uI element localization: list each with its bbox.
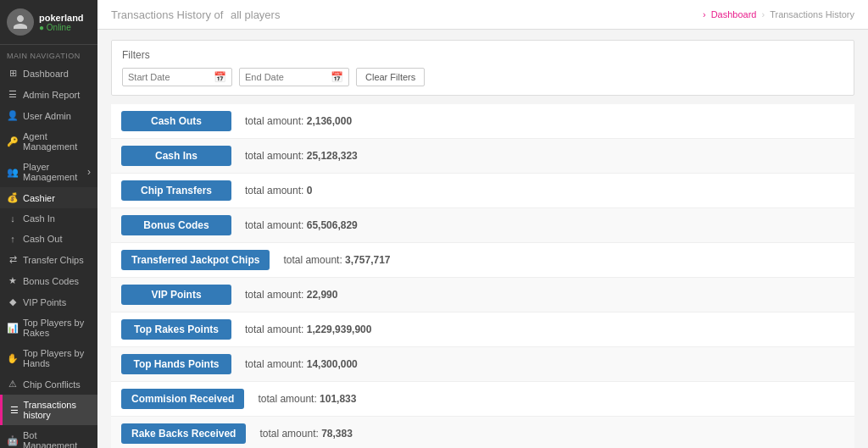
transaction-amount-vip-points: total amount: 22,990 <box>245 289 337 301</box>
transaction-btn-bonus-codes[interactable]: Bonus Codes <box>121 215 231 235</box>
transaction-row: Top Rakes Points total amount: 1,229,939… <box>111 312 854 347</box>
filters-row: 📅 📅 Clear Filters <box>122 68 843 86</box>
transaction-row: Bonus Codes total amount: 65,506,829 <box>111 208 854 243</box>
transaction-btn-vip-points[interactable]: VIP Points <box>121 285 231 305</box>
sidebar-item-bot-management[interactable]: 🤖 Bot Management <box>0 425 97 448</box>
start-date-input[interactable] <box>128 72 210 82</box>
transaction-amount-rake-backs-received: total amount: 78,383 <box>259 428 352 440</box>
page-subtitle: all players <box>231 8 281 21</box>
sidebar-item-dashboard[interactable]: ⊞ Dashboard <box>0 63 97 84</box>
bonus-icon: ★ <box>7 275 19 286</box>
vip-icon: ◆ <box>7 296 19 307</box>
sidebar-profile: pokerland ● Online <box>0 0 97 45</box>
sidebar: pokerland ● Online MAIN NAVIGATION ⊞ Das… <box>0 0 97 448</box>
sidebar-item-admin-report[interactable]: ☰ Admin Report <box>0 84 97 105</box>
transaction-amount-commission-received: total amount: 101,833 <box>258 393 356 405</box>
filters-label: Filters <box>122 49 843 61</box>
transaction-amount-top-rakes-points: total amount: 1,229,939,900 <box>245 324 371 335</box>
transaction-amount-chip-transfers: total amount: 0 <box>245 185 312 196</box>
sidebar-status: ● Online <box>39 23 84 32</box>
calendar-start-icon[interactable]: 📅 <box>214 71 226 83</box>
sidebar-item-agent-management[interactable]: 🔑 Agent Management <box>0 126 97 157</box>
breadcrumb: › Dashboard › Transactions History <box>703 9 854 19</box>
bot-icon: 🤖 <box>7 435 19 446</box>
main-content: Transactions History of all players › Da… <box>97 0 868 448</box>
avatar <box>7 8 34 36</box>
topbar: Transactions History of all players › Da… <box>97 0 868 30</box>
transactions-icon: ☰ <box>9 405 19 416</box>
transaction-btn-rake-backs-received[interactable]: Rake Backs Received <box>121 423 246 444</box>
conflicts-icon: ⚠ <box>7 379 19 390</box>
clear-filters-button[interactable]: Clear Filters <box>356 68 425 86</box>
transaction-row: Rake Backs Received total amount: 78,383 <box>111 417 854 448</box>
transaction-btn-top-rakes-points[interactable]: Top Rakes Points <box>121 319 231 340</box>
transaction-row: Cash Ins total amount: 25,128,323 <box>111 139 854 174</box>
transaction-btn-chip-transfers[interactable]: Chip Transfers <box>121 180 231 201</box>
transaction-amount-cash-ins: total amount: 25,128,323 <box>245 150 358 162</box>
agent-icon: 🔑 <box>7 136 19 147</box>
page-title: Transactions History of all players <box>111 7 280 22</box>
transaction-amount-transferred-jackpot-chips: total amount: 3,757,717 <box>283 254 390 266</box>
player-icon: 👥 <box>7 167 19 178</box>
transaction-btn-transferred-jackpot-chips[interactable]: Transferred Jackpot Chips <box>121 250 270 270</box>
end-date-wrapper: 📅 <box>239 68 349 86</box>
transaction-row: Transferred Jackpot Chips total amount: … <box>111 243 854 278</box>
transaction-rows: Cash Outs total amount: 2,136,000 Cash I… <box>111 104 854 448</box>
sidebar-item-chip-conflicts[interactable]: ⚠ Chip Conflicts <box>0 373 97 395</box>
end-date-input[interactable] <box>245 72 327 82</box>
transaction-amount-top-hands-points: total amount: 14,300,000 <box>245 358 358 370</box>
transaction-amount-cash-outs: total amount: 2,136,000 <box>245 115 352 127</box>
rakes-icon: 📊 <box>7 323 19 334</box>
sidebar-username: pokerland <box>39 13 84 23</box>
sidebar-item-top-rakes[interactable]: 📊 Top Players by Rakes <box>0 312 97 343</box>
start-date-wrapper: 📅 <box>122 68 232 86</box>
transaction-row: VIP Points total amount: 22,990 <box>111 278 854 312</box>
sidebar-item-user-admin[interactable]: 👤 User Admin <box>0 105 97 126</box>
sidebar-item-bonus-codes[interactable]: ★ Bonus Codes <box>0 270 97 291</box>
sidebar-item-transactions-history[interactable]: ☰ Transactions history <box>0 395 97 425</box>
content-area: Filters 📅 📅 Clear Filters Cash Outs tota… <box>97 30 868 448</box>
transfer-icon: ⇄ <box>7 254 19 265</box>
transaction-row: Top Hands Points total amount: 14,300,00… <box>111 347 854 382</box>
transaction-btn-top-hands-points[interactable]: Top Hands Points <box>121 354 231 374</box>
hands-icon: ✋ <box>7 353 19 364</box>
user-admin-icon: 👤 <box>7 110 19 121</box>
sidebar-item-top-hands[interactable]: ✋ Top Players by Hands <box>0 343 97 373</box>
transaction-row: Chip Transfers total amount: 0 <box>111 174 854 208</box>
nav-section-label: MAIN NAVIGATION <box>0 45 97 63</box>
cash-out-icon: ↑ <box>7 234 19 244</box>
sidebar-item-cash-in[interactable]: ↓ Cash In <box>0 208 97 229</box>
sidebar-item-transfer-chips[interactable]: ⇄ Transfer Chips <box>0 249 97 270</box>
cashier-icon: 💰 <box>7 192 19 203</box>
sidebar-item-vip-points[interactable]: ◆ VIP Points <box>0 291 97 312</box>
sidebar-item-cash-out[interactable]: ↑ Cash Out <box>0 229 97 249</box>
breadcrumb-separator: › <box>761 9 765 19</box>
transaction-amount-bonus-codes: total amount: 65,506,829 <box>245 219 358 231</box>
transaction-btn-commission-received[interactable]: Commision Received <box>121 389 244 409</box>
sidebar-item-player-management[interactable]: 👥 Player Management <box>0 157 97 187</box>
cash-in-icon: ↓ <box>7 213 19 224</box>
dashboard-icon: ⊞ <box>7 68 19 79</box>
transaction-btn-cash-outs[interactable]: Cash Outs <box>121 111 231 131</box>
breadcrumb-dashboard[interactable]: Dashboard <box>711 9 757 19</box>
transaction-row: Cash Outs total amount: 2,136,000 <box>111 104 854 139</box>
cashier-header[interactable]: 💰 Cashier <box>0 187 97 208</box>
breadcrumb-arrow: › <box>703 9 706 19</box>
admin-report-icon: ☰ <box>7 89 19 100</box>
transaction-row: Commision Received total amount: 101,833 <box>111 382 854 417</box>
transaction-btn-cash-ins[interactable]: Cash Ins <box>121 146 231 166</box>
calendar-end-icon[interactable]: 📅 <box>331 71 343 83</box>
breadcrumb-current: Transactions History <box>770 9 854 19</box>
filters-section: Filters 📅 📅 Clear Filters <box>111 40 854 96</box>
